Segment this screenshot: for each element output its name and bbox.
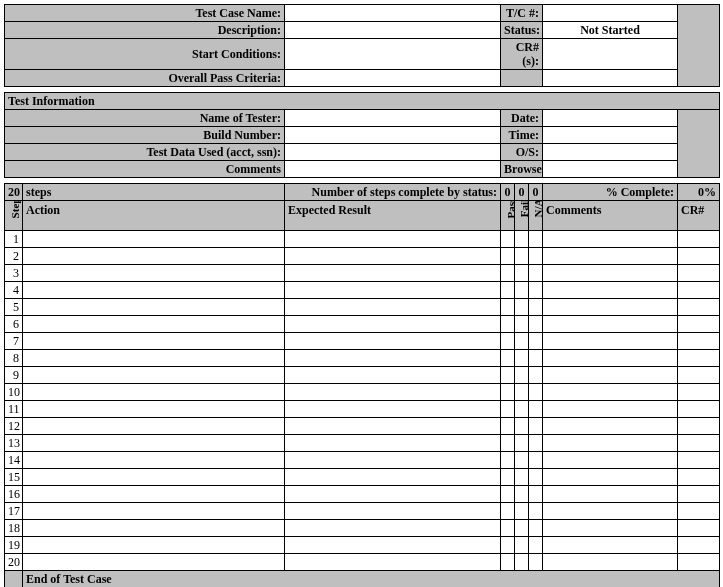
step-expected[interactable] bbox=[285, 231, 501, 248]
step-na[interactable] bbox=[529, 520, 543, 537]
value-cr-nums[interactable] bbox=[543, 39, 678, 70]
step-comments[interactable] bbox=[543, 384, 678, 401]
step-comments[interactable] bbox=[543, 503, 678, 520]
step-pass[interactable] bbox=[501, 486, 515, 503]
step-comments[interactable] bbox=[543, 248, 678, 265]
step-pass[interactable] bbox=[501, 537, 515, 554]
step-action[interactable] bbox=[23, 435, 285, 452]
step-action[interactable] bbox=[23, 520, 285, 537]
step-action[interactable] bbox=[23, 486, 285, 503]
step-comments[interactable] bbox=[543, 452, 678, 469]
step-comments[interactable] bbox=[543, 435, 678, 452]
step-expected[interactable] bbox=[285, 333, 501, 350]
value-description[interactable] bbox=[285, 22, 501, 39]
value-comments-top[interactable] bbox=[285, 161, 501, 178]
value-os[interactable] bbox=[543, 144, 678, 161]
step-na[interactable] bbox=[529, 418, 543, 435]
step-expected[interactable] bbox=[285, 503, 501, 520]
step-comments[interactable] bbox=[543, 469, 678, 486]
step-cr[interactable] bbox=[678, 350, 720, 367]
step-expected[interactable] bbox=[285, 299, 501, 316]
value-testdata[interactable] bbox=[285, 144, 501, 161]
step-action[interactable] bbox=[23, 282, 285, 299]
step-pass[interactable] bbox=[501, 469, 515, 486]
step-expected[interactable] bbox=[285, 384, 501, 401]
step-comments[interactable] bbox=[543, 537, 678, 554]
step-cr[interactable] bbox=[678, 503, 720, 520]
step-na[interactable] bbox=[529, 452, 543, 469]
step-cr[interactable] bbox=[678, 231, 720, 248]
step-pass[interactable] bbox=[501, 333, 515, 350]
step-action[interactable] bbox=[23, 316, 285, 333]
step-action[interactable] bbox=[23, 299, 285, 316]
step-pass[interactable] bbox=[501, 520, 515, 537]
value-tc-num[interactable] bbox=[543, 5, 678, 22]
step-cr[interactable] bbox=[678, 554, 720, 571]
value-start-conditions[interactable] bbox=[285, 39, 501, 70]
step-comments[interactable] bbox=[543, 316, 678, 333]
step-comments[interactable] bbox=[543, 418, 678, 435]
step-pass[interactable] bbox=[501, 401, 515, 418]
step-expected[interactable] bbox=[285, 367, 501, 384]
step-fail[interactable] bbox=[515, 384, 529, 401]
step-na[interactable] bbox=[529, 401, 543, 418]
step-pass[interactable] bbox=[501, 435, 515, 452]
step-fail[interactable] bbox=[515, 350, 529, 367]
value-browser[interactable] bbox=[543, 161, 678, 178]
step-comments[interactable] bbox=[543, 333, 678, 350]
step-fail[interactable] bbox=[515, 503, 529, 520]
step-na[interactable] bbox=[529, 503, 543, 520]
step-pass[interactable] bbox=[501, 384, 515, 401]
step-action[interactable] bbox=[23, 537, 285, 554]
step-cr[interactable] bbox=[678, 316, 720, 333]
step-pass[interactable] bbox=[501, 231, 515, 248]
step-expected[interactable] bbox=[285, 537, 501, 554]
step-comments[interactable] bbox=[543, 486, 678, 503]
step-pass[interactable] bbox=[501, 554, 515, 571]
step-fail[interactable] bbox=[515, 231, 529, 248]
step-fail[interactable] bbox=[515, 401, 529, 418]
step-na[interactable] bbox=[529, 384, 543, 401]
step-expected[interactable] bbox=[285, 554, 501, 571]
step-action[interactable] bbox=[23, 248, 285, 265]
step-action[interactable] bbox=[23, 350, 285, 367]
step-comments[interactable] bbox=[543, 231, 678, 248]
step-action[interactable] bbox=[23, 554, 285, 571]
step-fail[interactable] bbox=[515, 435, 529, 452]
step-pass[interactable] bbox=[501, 299, 515, 316]
step-action[interactable] bbox=[23, 231, 285, 248]
value-status[interactable]: Not Started bbox=[543, 22, 678, 39]
step-comments[interactable] bbox=[543, 350, 678, 367]
step-action[interactable] bbox=[23, 418, 285, 435]
step-fail[interactable] bbox=[515, 333, 529, 350]
step-fail[interactable] bbox=[515, 265, 529, 282]
step-comments[interactable] bbox=[543, 299, 678, 316]
value-build[interactable] bbox=[285, 127, 501, 144]
step-pass[interactable] bbox=[501, 350, 515, 367]
step-expected[interactable] bbox=[285, 401, 501, 418]
step-fail[interactable] bbox=[515, 469, 529, 486]
value-tester[interactable] bbox=[285, 110, 501, 127]
step-cr[interactable] bbox=[678, 248, 720, 265]
step-na[interactable] bbox=[529, 469, 543, 486]
step-expected[interactable] bbox=[285, 418, 501, 435]
step-fail[interactable] bbox=[515, 452, 529, 469]
step-action[interactable] bbox=[23, 333, 285, 350]
step-expected[interactable] bbox=[285, 316, 501, 333]
step-cr[interactable] bbox=[678, 452, 720, 469]
step-na[interactable] bbox=[529, 316, 543, 333]
step-cr[interactable] bbox=[678, 469, 720, 486]
step-fail[interactable] bbox=[515, 486, 529, 503]
step-comments[interactable] bbox=[543, 265, 678, 282]
step-na[interactable] bbox=[529, 435, 543, 452]
step-action[interactable] bbox=[23, 469, 285, 486]
step-expected[interactable] bbox=[285, 486, 501, 503]
step-fail[interactable] bbox=[515, 282, 529, 299]
step-cr[interactable] bbox=[678, 282, 720, 299]
value-time[interactable] bbox=[543, 127, 678, 144]
step-cr[interactable] bbox=[678, 401, 720, 418]
step-fail[interactable] bbox=[515, 299, 529, 316]
value-date[interactable] bbox=[543, 110, 678, 127]
step-cr[interactable] bbox=[678, 418, 720, 435]
step-expected[interactable] bbox=[285, 469, 501, 486]
